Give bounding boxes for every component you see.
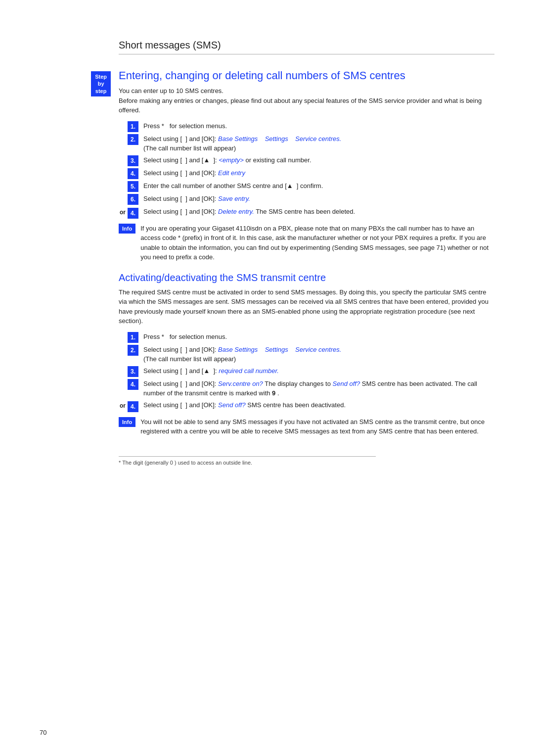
s2-step-1-badge: 1.: [128, 332, 138, 343]
s2-step-4-badge: 4.: [128, 379, 138, 390]
step-3-text: Select using [ ] and [▲ ]: <empty> or ex…: [143, 155, 494, 165]
table-row: 1. Press * for selection menus.: [119, 121, 494, 132]
or-4-badge: 4.: [128, 208, 138, 219]
table-row: 3. Select using [ ] and [▲ ]: <empty> or…: [119, 155, 494, 166]
section1-steps: 1. Press * for selection menus. 2. Selec…: [119, 121, 494, 219]
step-number-col: 2.: [119, 345, 143, 356]
step-3-badge: 3.: [128, 155, 138, 166]
section1-info-text: If you are operating your Gigaset 4110is…: [140, 224, 494, 262]
section2-steps: 1. Press * for selection menus. 2. Selec…: [119, 332, 494, 412]
table-row: 3. Select using [ ] and [▲ ]: required c…: [119, 366, 494, 377]
or-label: or: [120, 401, 126, 409]
s2-step-3-badge: 3.: [128, 366, 138, 377]
step-2-text: Select using [ ] and [OK]: Base Settings…: [143, 134, 494, 153]
footnote-text: * The digit (generally 0 ) used to acces…: [119, 460, 376, 466]
s2-step-1-text: Press * for selection menus.: [143, 332, 494, 342]
table-row: 5. Enter the call number of another SMS …: [119, 181, 494, 192]
step-4-badge: 4.: [128, 168, 138, 179]
table-row: 6. Select using [ ] and [OK]: Save entry…: [119, 194, 494, 205]
left-sidebar: Step by step: [40, 69, 119, 466]
table-row: 4. Select using [ ] and [OK]: Serv.centr…: [119, 379, 494, 398]
table-row: 1. Press * for selection menus.: [119, 332, 494, 343]
step-2-badge: 2.: [128, 134, 138, 145]
or-label: or: [120, 208, 126, 216]
section1-title: Entering, changing or deleting call numb…: [119, 69, 494, 82]
page-title: Short messages (SMS): [119, 40, 494, 54]
section1-info-row: Info If you are operating your Gigaset 4…: [119, 224, 494, 262]
s2-step-2-text: Select using [ ] and [OK]: Base Settings…: [143, 345, 494, 364]
s2-step-2-badge: 2.: [128, 345, 138, 356]
section2-info-row: Info You will not be able to send any SM…: [119, 417, 494, 436]
info-badge: Info: [119, 224, 135, 234]
s2-or-4-text: Select using [ ] and [OK]: Send off? SMS…: [143, 400, 494, 410]
section2-info-text: You will not be able to send any SMS mes…: [140, 417, 494, 436]
or-num-col: or 4.: [119, 400, 143, 412]
step-by-step-badge: Step by step: [91, 71, 111, 96]
or-4-text: Select using [ ] and [OK]: Delete entry.…: [143, 207, 494, 217]
table-row: or 4. Select using [ ] and [OK]: Delete …: [119, 207, 494, 219]
step-number-col: 3.: [119, 155, 143, 166]
page-number: 70: [40, 729, 46, 736]
step-1-text: Press * for selection menus.: [143, 121, 494, 131]
section2-intro: The required SMS centre must be activate…: [119, 287, 494, 326]
step-5-badge: 5.: [128, 181, 138, 192]
table-row: or 4. Select using [ ] and [OK]: Send of…: [119, 400, 494, 412]
s2-or-4-badge: 4.: [128, 401, 138, 412]
content-area: Step by step Entering, changing or delet…: [40, 69, 494, 466]
main-content: Entering, changing or deleting call numb…: [119, 69, 494, 466]
step-number-col: 5.: [119, 181, 143, 192]
s2-step-3-text: Select using [ ] and [▲ ]: required call…: [143, 366, 494, 376]
step-number-col: 2.: [119, 134, 143, 145]
step-1-badge: 1.: [128, 121, 138, 132]
step-6-badge: 6.: [128, 194, 138, 205]
footnote-area: * The digit (generally 0 ) used to acces…: [119, 456, 376, 466]
table-row: 4. Select using [ ] and [OK]: Edit entry: [119, 168, 494, 179]
section2: Activating/deactivating the SMS transmit…: [119, 272, 494, 436]
step-number-col: 1.: [119, 332, 143, 343]
table-row: 2. Select using [ ] and [OK]: Base Setti…: [119, 345, 494, 364]
section2-title: Activating/deactivating the SMS transmit…: [119, 272, 494, 284]
section1-intro: You can enter up to 10 SMS centres. Befo…: [119, 86, 494, 115]
step-number-col: 4.: [119, 379, 143, 390]
step-6-text: Select using [ ] and [OK]: Save entry.: [143, 194, 494, 204]
step-number-col: 4.: [119, 168, 143, 179]
step-5-text: Enter the call number of another SMS cen…: [143, 181, 494, 191]
s2-step-4-text: Select using [ ] and [OK]: Serv.centre o…: [143, 379, 494, 398]
or-num-col: or 4.: [119, 207, 143, 219]
step-4-text: Select using [ ] and [OK]: Edit entry: [143, 168, 494, 178]
step-number-col: 3.: [119, 366, 143, 377]
step-number-col: 6.: [119, 194, 143, 205]
info-badge-2: Info: [119, 417, 135, 427]
table-row: 2. Select using [ ] and [OK]: Base Setti…: [119, 134, 494, 153]
section1: Entering, changing or deleting call numb…: [119, 69, 494, 262]
step-number-col: 1.: [119, 121, 143, 132]
page: Short messages (SMS) Step by step Enteri…: [0, 0, 534, 756]
